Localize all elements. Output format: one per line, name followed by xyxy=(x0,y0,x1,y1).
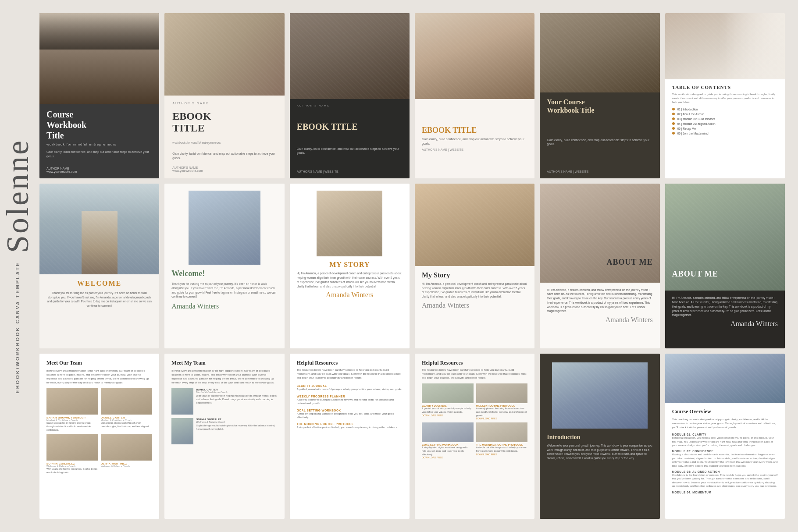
card-my-story: MY STORY Hi, I'm Amanda, a personal deve… xyxy=(290,184,410,349)
card-3-author: AUTHOR'S NAME | WEBSITE xyxy=(297,170,403,173)
toc-item-2: 02 | About the Author xyxy=(672,113,778,116)
card-3-title: EBOOK TITLE xyxy=(297,121,403,132)
resource-2-name: WEEKLY PROGRESS PLANNER xyxy=(297,395,403,398)
module-1-name: MODULE 01: CLARITY xyxy=(672,433,778,436)
card-9-content: MY STORY Hi, I'm Amanda, a personal deve… xyxy=(290,256,410,348)
card-course-workbook-dark: CourseWorkbookTitle workbook for mindful… xyxy=(39,13,159,178)
resource-3: GOAL SETTING WORKBOOK A step-by-step dig… xyxy=(297,409,403,419)
member-14-2-text: Sophia brings results-building tools for… xyxy=(196,424,277,431)
card-meet-my-team: Meet My Team Behind every great transfor… xyxy=(164,354,284,519)
card-1-content: CourseWorkbookTitle workbook for mindful… xyxy=(39,104,159,178)
card-18-photo xyxy=(665,354,785,403)
member-14-2-role: Wellness & Balance Coach xyxy=(196,421,277,423)
card-16-content: Helpful Resources The resources below ha… xyxy=(415,354,534,519)
toc-item-1: 01 | Introduction xyxy=(672,108,778,111)
team-member-3: SOPHIA GONZALEZ Wellness & Balance Coach… xyxy=(46,434,98,474)
card-2-label: AUTHOR'S NAME xyxy=(172,102,276,105)
module-3-text: Confidence is the foundation of success.… xyxy=(672,473,778,488)
card-2-author: AUTHOR'S NAMEwww.yourwebsite.com xyxy=(172,166,276,172)
card-6-photo xyxy=(665,13,785,79)
card-5-desc: Gain clarity, build confidence, and map … xyxy=(547,138,652,147)
toc-list: 01 | Introduction 02 | About the Author … xyxy=(672,108,778,135)
card-10-content: My Story Hi, I'm Amanda, a personal deve… xyxy=(415,266,534,348)
card-helpful-resources-grid: Helpful Resources The resources below ha… xyxy=(415,354,534,519)
card-6-content: TABLE OF CONTENTS This workbook is desig… xyxy=(665,79,785,178)
resource-grid-2: WEEKLY ROUTINE PROTOCOL A weekly planner… xyxy=(476,383,528,420)
card-4-desc: Gain clarity, build confidence, and map … xyxy=(422,137,527,146)
member-3-photo xyxy=(46,434,98,461)
card-4-content: EBOOK TITLE Gain clarity, build confiden… xyxy=(415,99,534,178)
card-3-desc: Gain clarity, build confidence, and map … xyxy=(297,147,403,156)
member-14-1-photo xyxy=(171,388,193,415)
module-2-text: Owning a clear vision and confidence is … xyxy=(672,453,778,468)
card-11-signature: Amanda Winters xyxy=(547,316,652,324)
toc-dot-5 xyxy=(672,127,675,130)
resource-grid-3-link: DOWNLOAD FREE xyxy=(422,456,474,459)
card-18-title: Course Overview xyxy=(672,408,778,415)
resource-grid-1-text: A guided journal with powerful prompts t… xyxy=(422,407,474,414)
resource-4-text: A simple but effective protocol to help … xyxy=(297,426,403,429)
card-14-team-row-1: DANIEL CARTER Mindset & Confidence Coach… xyxy=(171,388,277,415)
toc-dot-1 xyxy=(672,108,675,110)
card-8-content: Welcome! Thank you for trusting me as pa… xyxy=(164,265,284,348)
card-9-title: MY STORY xyxy=(297,261,403,269)
resource-grid-4-text: A simple but effective protocol to help … xyxy=(476,446,528,453)
card-ebook-dark: AUTHOR'S NAME EBOOK TITLE Gain clarity, … xyxy=(290,13,410,178)
card-about-me-light: ABOUT ME Hi, I'm Amanda, a results-orien… xyxy=(540,184,659,349)
module-3-name: MODULE 03: ALIGNED ACTION xyxy=(672,470,778,473)
card-9-photo xyxy=(317,191,382,257)
member-4-photo xyxy=(101,434,153,461)
card-8-text: Thank you for trusting me as part of you… xyxy=(171,282,277,299)
card-1-subtitle: workbook for mindful entrepreneurs xyxy=(46,142,152,146)
card-13-content: Meet Our Team Behind every great transfo… xyxy=(39,354,159,519)
member-14-1-info: DANIEL CARTER Mindset & Confidence Coach… xyxy=(196,388,277,415)
member-1-text: Sarah specializes in helping clients bre… xyxy=(46,422,98,432)
card-3-content: AUTHOR'S NAME EBOOK TITLE Gain clarity, … xyxy=(290,99,410,178)
card-4-author: AUTHOR'S NAME | WEBSITE xyxy=(422,148,527,151)
resource-grid-1-link: DOWNLOAD FREE xyxy=(422,414,474,417)
card-5-photo xyxy=(540,13,659,92)
card-11-about-label: ABOUT ME xyxy=(606,258,652,267)
card-17-title: Introduction xyxy=(547,434,652,441)
card-10-photo xyxy=(415,184,534,266)
module-4: MODULE 04: MOMENTUM xyxy=(672,491,778,494)
toc-item-5: 05 | Recap Me xyxy=(672,127,778,130)
card-1-author: AUTHOR NAMEwww.yourwebsite.com xyxy=(46,167,152,173)
card-12-about-label: ABOUT ME xyxy=(672,270,718,279)
card-course-overview: Course Overview This coaching course is … xyxy=(665,354,785,519)
card-1-photo xyxy=(39,13,159,104)
card-7-text: Thank you for trusting me as part of you… xyxy=(46,291,152,308)
card-11-content: Hi, I'm Amanda, a results-oriented, and … xyxy=(540,283,659,349)
card-18-content: Course Overview This coaching course is … xyxy=(665,403,785,519)
resource-1-text: A guided journal with powerful prompts t… xyxy=(297,387,403,391)
card-welcome-serif: Welcome! Thank you for trusting me as pa… xyxy=(164,184,284,349)
card-5-author: AUTHOR'S NAME | WEBSITE xyxy=(547,170,652,173)
toc-dot-2 xyxy=(672,113,675,115)
resource-2-text: A weekly planner featuring focused mini-… xyxy=(297,398,403,405)
card-helpful-resources-list: Helpful Resources The resources below ha… xyxy=(290,354,410,519)
template-label: EBOOK/WORKBOOK CANVA TEMPLATE xyxy=(15,262,20,394)
card-15-title: Helpful Resources xyxy=(297,360,403,366)
card-2-photo xyxy=(164,13,284,96)
card-14-content: Meet My Team Behind every great transfor… xyxy=(164,354,284,519)
card-13-title: Meet Our Team xyxy=(46,360,152,366)
member-14-1-text: With years of experience in helping indi… xyxy=(196,394,277,404)
resource-grid-2-text: A weekly planner featuring focused exerc… xyxy=(476,407,528,417)
resource-grid-2-link: DOWNLOAD FREE xyxy=(476,417,528,420)
card-9-signature: Amanda Winters xyxy=(297,291,403,299)
card-14-title: Meet My Team xyxy=(171,360,277,366)
card-16-title: Helpful Resources xyxy=(422,360,527,366)
card-2-subtitle: workbook for mindful entrepreneurs xyxy=(172,141,276,144)
module-2-name: MODULE 02: CONFIDENCE xyxy=(672,450,778,453)
card-7-person xyxy=(82,211,118,274)
toc-dot-3 xyxy=(672,117,675,120)
card-5-title: Your CourseWorkbook Title xyxy=(547,98,652,114)
card-11-text: Hi, I'm Amanda, a results-oriented, and … xyxy=(547,288,652,314)
resource-4-name: THE MORNING ROUTINE PROTOCOL xyxy=(297,422,403,426)
card-meet-team: Meet Our Team Behind every great transfo… xyxy=(39,354,159,519)
card-3-photo xyxy=(290,13,410,99)
card-ebook-cream: AUTHOR'S NAME EBOOKTITLE workbook for mi… xyxy=(164,13,284,178)
card-8-title: Welcome! xyxy=(171,269,277,278)
team-member-2: DANIEL CARTER Mindset & Confidence Coach… xyxy=(101,388,153,432)
card-4-photo xyxy=(415,13,534,99)
